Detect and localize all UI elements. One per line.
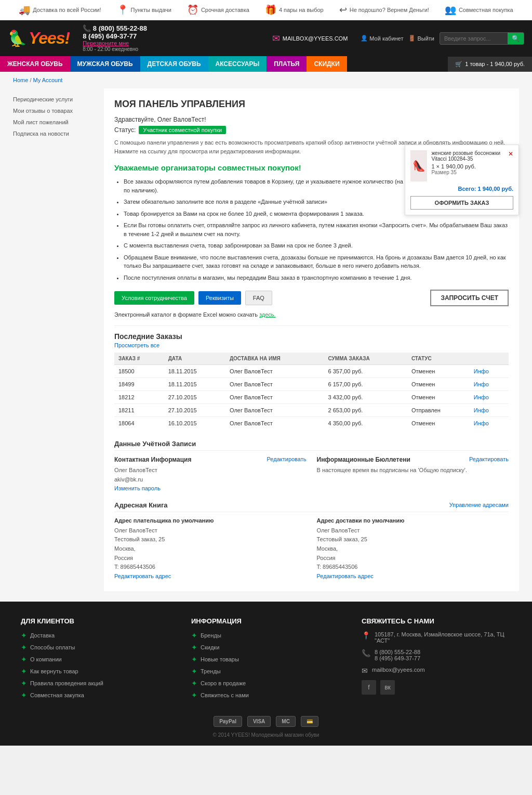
list-item: После поступления оплаты в магазин, мы п…	[124, 273, 509, 282]
delivery-item-4: 🎁 4 пары на выбор	[265, 4, 324, 16]
cart-icon: 🛒	[455, 61, 462, 68]
footer-link-coming[interactable]: ✦Скоро в продаже	[191, 679, 341, 687]
order-name: Олег ВаловТест	[225, 378, 324, 391]
dot-icon: ✦	[21, 631, 27, 640]
address-book-title: Адресная Книга	[114, 501, 168, 509]
dot-icon: ✦	[191, 667, 197, 675]
order-date: 18.11.2015	[164, 378, 225, 391]
delivery-item-2: 📍 Пункты выдачи	[117, 4, 171, 16]
order-info[interactable]: Инфо	[470, 404, 509, 417]
footer-link-new[interactable]: ✦Новые товары	[191, 655, 341, 663]
footer-link-payment[interactable]: ✦Способы оплаты	[21, 643, 170, 651]
search-box[interactable]: 🔍	[440, 32, 524, 45]
nav-item-men[interactable]: МУЖСКАЯ ОБУВЬ	[70, 56, 140, 72]
footer-contact-col: СВЯЖИТЕСЬ С НАМИ 📍 105187, г. Москва, Из…	[362, 617, 511, 703]
change-password-link[interactable]: Изменить пароль	[114, 485, 161, 491]
pin-icon: 📍	[117, 4, 128, 16]
order-sum: 6 157,00 руб.	[324, 378, 407, 391]
billing-address-title: Адрес плательщика по умолчанию	[114, 517, 307, 524]
footer-link-about[interactable]: ✦О компании	[21, 655, 170, 663]
list-item: Если Вы готовы оплатить счет, отправляйт…	[124, 221, 509, 238]
footer-contact-title: СВЯЖИТЕСЬ С НАМИ	[362, 617, 511, 625]
order-id: 18212	[114, 391, 164, 404]
order-status: Отменен	[407, 391, 470, 404]
footer-link-promo[interactable]: ✦Правила проведения акций	[21, 679, 170, 687]
footer-link-brands[interactable]: ✦Бренды	[191, 631, 341, 640]
logout-btn[interactable]: 🚪 Выйти	[408, 35, 434, 42]
logo-text: Yees!	[29, 29, 70, 48]
sidebar-item-reviews[interactable]: Мои отзывы о товарах	[13, 105, 96, 116]
view-all-link[interactable]: Просмотреть все	[114, 342, 159, 348]
dot-icon: ✦	[191, 691, 197, 699]
return-icon: ↩	[339, 4, 347, 16]
order-date: 18.11.2015	[164, 365, 225, 378]
orders-section-title: Последние Заказы	[114, 332, 509, 341]
order-info[interactable]: Инфо	[470, 365, 509, 378]
contact-info-col: Контактная Информация Редактировать Олег…	[114, 456, 307, 493]
table-row: 18064 16.10.2015 Олег ВаловТест 4 350,00…	[114, 417, 509, 430]
conditions-button[interactable]: Условия сотрудничества	[114, 291, 194, 305]
faq-button[interactable]: FAQ	[245, 291, 272, 305]
contact-info-text: Олег ВаловТест akiv@bk.ru Изменить парол…	[114, 466, 307, 493]
nav-item-kids[interactable]: ДЕТСКАЯ ОБУВЬ	[140, 56, 208, 72]
newsletters-title: Информационные Бюллетени Редактировать	[317, 456, 509, 463]
order-sum: 3 432,00 руб.	[324, 391, 407, 404]
order-sum: 2 653,00 руб.	[324, 404, 407, 417]
delivery-item-5: ↩ Не подошло? Вернем Деньги!	[339, 4, 429, 16]
welcome-text: Здравствуйте, Олег ВаловТест!	[114, 116, 509, 123]
contact-info-edit-link[interactable]: Редактировать	[267, 456, 307, 463]
footer-link-return[interactable]: ✦Как вернуть товар	[21, 667, 170, 675]
search-input[interactable]	[440, 33, 508, 44]
sidebar-item-wishlist[interactable]: Мой лист пожеланий	[13, 116, 96, 128]
contact-info-title: Контактная Информация Редактировать	[114, 456, 307, 463]
footer-link-delivery[interactable]: ✦Доставка	[21, 631, 170, 640]
order-name: Олег ВаловТест	[225, 404, 324, 417]
view-all: Просмотреть все	[114, 342, 509, 348]
sidebar-item-periodic[interactable]: Периодические услуги	[13, 94, 96, 105]
manage-addresses-link[interactable]: Управление адресами	[449, 502, 509, 508]
header-contacts: 📞 8 (800) 555-22-88 8 (495) 649-37-77 Пе…	[75, 24, 259, 52]
dot-icon: ✦	[191, 655, 197, 663]
footer-link-contact[interactable]: ✦Свяжитесь с нами	[191, 691, 341, 699]
shipping-address-edit-link[interactable]: Редактировать адрес	[317, 573, 374, 579]
divider	[114, 325, 509, 326]
breadcrumb-account[interactable]: My Account	[33, 77, 63, 83]
order-name: Олег ВаловТест	[225, 391, 324, 404]
footer-email: ✉ mailbox@yyees.com	[362, 667, 511, 675]
order-info[interactable]: Инфо	[470, 417, 509, 430]
callback-link[interactable]: Перезвоните мне	[83, 40, 259, 46]
logo[interactable]: 🦜 Yees!	[8, 29, 70, 48]
catalog-download-link[interactable]: здесь.	[259, 311, 276, 318]
cart-product-size: Размер 35	[431, 170, 504, 175]
billing-address-edit-link[interactable]: Редактировать адрес	[114, 573, 171, 579]
footer-link-trends[interactable]: ✦Тренды	[191, 667, 341, 675]
my-cabinet-btn[interactable]: 👤 Мой кабинет	[361, 35, 403, 42]
phone-icon: 📞	[362, 649, 370, 657]
footer-link-discounts[interactable]: ✦Скидки	[191, 643, 341, 651]
newsletters-edit-link[interactable]: Редактировать	[469, 456, 509, 463]
order-status: Отменен	[407, 365, 470, 378]
nav-item-accessories[interactable]: АКСЕССУАРЫ	[208, 56, 267, 72]
footer-link-group[interactable]: ✦Совместная закупка	[21, 691, 170, 699]
nav-cart[interactable]: 🛒 1 товар - 1 940,00 руб.	[448, 57, 532, 72]
facebook-button[interactable]: f	[362, 680, 376, 695]
order-date: 27.10.2015	[164, 391, 225, 404]
nav-item-women[interactable]: ЖЕНСКАЯ ОБУВЬ	[0, 56, 70, 72]
nav-item-dresses[interactable]: ПЛАТЬЯ	[267, 56, 307, 72]
order-info[interactable]: Инфо	[470, 378, 509, 391]
sidebar-item-newsletter[interactable]: Подписка на новости	[13, 128, 96, 139]
cart-checkout-button[interactable]: ОФОРМИТЬ ЗАКАЗ	[410, 196, 513, 210]
cart-remove-button[interactable]: ✕	[508, 150, 513, 181]
catalog-line: Электронный каталог в формате Excel можн…	[114, 311, 509, 318]
order-id: 18499	[114, 378, 164, 391]
search-button[interactable]: 🔍	[508, 33, 524, 44]
breadcrumb: Home / My Account	[0, 72, 532, 88]
request-invoice-button[interactable]: ЗАПРОСИТЬ СЧЕТ	[430, 290, 509, 306]
requisites-button[interactable]: Реквизиты	[198, 291, 241, 305]
nav-item-sale[interactable]: СКИДКИ	[307, 56, 347, 72]
order-info[interactable]: Инфо	[470, 391, 509, 404]
action-buttons: Условия сотрудничества Реквизиты FAQ ЗАП…	[114, 290, 509, 306]
breadcrumb-home[interactable]: Home	[13, 77, 28, 83]
vk-button[interactable]: вк	[380, 680, 395, 695]
delivery-item-6: 👥 Совместная покупка	[445, 4, 513, 16]
